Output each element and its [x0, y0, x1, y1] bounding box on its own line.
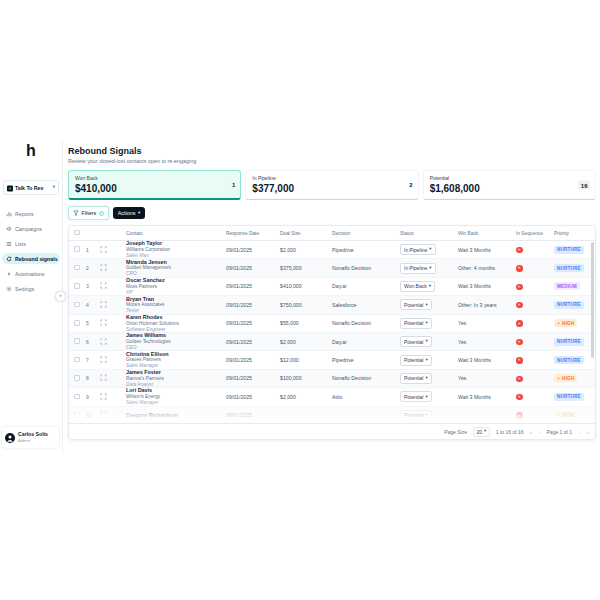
row-checkbox[interactable] [74, 375, 80, 381]
response-date: 09/01/2025 [223, 320, 277, 326]
expand-icon[interactable] [100, 393, 107, 400]
status-select[interactable]: Potential▾ [400, 410, 432, 421]
rebound-signals-app: h Talk To Rev ▾ Reports Campaigns Lists … [0, 140, 600, 455]
x-circle-icon: ✕ [516, 320, 523, 327]
table-row[interactable]: 2 Miranda Jensen Golden Management CRO 0… [69, 259, 595, 277]
sidebar-collapse-button[interactable]: ‹ [55, 291, 66, 302]
last-page-icon[interactable]: » [586, 429, 589, 435]
expand-icon[interactable] [100, 264, 107, 271]
win-back: Wait 3 Months [455, 357, 513, 363]
status-select[interactable]: Potential▾ [400, 355, 432, 366]
expand-icon[interactable] [100, 374, 107, 381]
expand-icon[interactable] [100, 411, 107, 418]
expand-icon[interactable] [100, 356, 107, 363]
chevron-down-icon: ▾ [425, 395, 427, 400]
first-page-icon[interactable]: « [530, 429, 533, 435]
card-count: 2 [409, 182, 412, 188]
page-subtitle: Review your closed-lost contacts open to… [68, 158, 596, 164]
priority-badge: NURTURE [554, 264, 584, 272]
expand-icon[interactable] [100, 338, 107, 345]
summary-card-won-back[interactable]: Won Back $410,000 1 [68, 170, 241, 200]
card-label: Potential [430, 175, 589, 181]
col-header-in-sequence[interactable]: In Sequence [513, 231, 551, 236]
table-row[interactable]: 6 James Williams Golden Technologies CEO… [69, 333, 595, 351]
expand-icon[interactable] [100, 282, 107, 289]
status-select[interactable]: Potential▾ [400, 299, 432, 310]
deal-size: $410,000 [277, 283, 329, 289]
user-profile[interactable]: Carlos Solis Admin [2, 427, 59, 448]
sidebar: h Talk To Rev ▾ Reports Campaigns Lists … [0, 140, 63, 452]
win-back: Wait 3 Months [455, 247, 513, 253]
table-row[interactable]: 3 Oscar Sanchez Moss Partners VP 09/01/2… [69, 278, 595, 296]
summary-card-in-pipeline[interactable]: In Pipeline $377,000 2 [245, 170, 418, 200]
table-row[interactable]: 4 Bryan Tran Mora's Associates Tester 09… [69, 296, 595, 314]
table-row[interactable]: 8 James Foster Ramos's Partners Data Ana… [69, 370, 595, 388]
row-checkbox[interactable] [74, 320, 80, 326]
row-checkbox[interactable] [74, 412, 80, 418]
select-all-checkbox[interactable] [74, 230, 80, 236]
col-header-deal-size[interactable]: Deal Size [277, 231, 329, 236]
status-value: Potential [404, 339, 423, 345]
prev-page-icon[interactable]: ‹ [539, 429, 541, 435]
filters-button[interactable]: Filters [68, 206, 109, 220]
table-row[interactable]: 1 Joseph Taylor Williams Corporation Sal… [69, 241, 595, 259]
sidebar-item-rebound-signals[interactable]: Rebound signals [2, 253, 60, 264]
sidebar-item-reports[interactable]: Reports [2, 208, 60, 219]
sidebar-item-lists[interactable]: Lists [2, 238, 60, 249]
expand-icon[interactable] [100, 246, 107, 253]
status-value: Potential [404, 320, 423, 326]
expand-icon[interactable] [100, 301, 107, 308]
decision: Nonaflo Decision [329, 320, 397, 326]
table-header: Contact Response Date Deal Size Decision… [69, 226, 595, 241]
row-checkbox[interactable] [74, 357, 80, 363]
col-header-win-back[interactable]: Win Back [455, 231, 513, 236]
row-checkbox[interactable] [74, 246, 80, 252]
row-checkbox[interactable] [74, 394, 80, 400]
deal-size: $2,000 [277, 247, 329, 253]
status-select[interactable]: Won Back▾ [400, 281, 435, 292]
workspace-selector[interactable]: Talk To Rev ▾ [3, 180, 59, 195]
actions-button[interactable]: Actions ▾ [113, 207, 145, 219]
page-size-select[interactable]: 20 ▾ [473, 427, 490, 437]
chevron-down-icon: ▾ [429, 284, 431, 289]
table-row[interactable]: 9 Lori Davis Wilson's Energy Sales Manag… [69, 388, 595, 406]
expand-icon[interactable] [100, 319, 107, 326]
col-header-response-date[interactable]: Response Date [223, 231, 277, 236]
page-indicator: Page 1 of 1 [547, 429, 573, 435]
contact-name: Bryan Tran [126, 296, 223, 303]
next-page-icon[interactable]: › [578, 429, 580, 435]
table-row[interactable]: 7 Christina Ellison Graves Partners Sale… [69, 351, 595, 369]
x-circle-icon: ✕ [516, 247, 523, 254]
status-value: Potential [404, 357, 423, 363]
chevron-down-icon: ▾ [429, 247, 431, 252]
decision: Day.ai [329, 283, 397, 289]
status-value: Potential [404, 302, 423, 308]
response-date: 09/01/2025 [223, 339, 277, 345]
summary-card-potential[interactable]: Potential $1,608,000 16 [423, 170, 596, 200]
table-row[interactable]: 5 Karen Rhodes Orion Hickman Solutions S… [69, 315, 595, 333]
row-checkbox[interactable] [74, 283, 80, 289]
sidebar-item-automations[interactable]: Automations [2, 268, 60, 279]
row-checkbox[interactable] [74, 265, 80, 271]
status-select[interactable]: Potential▾ [400, 373, 432, 384]
row-checkbox[interactable] [74, 302, 80, 308]
col-header-status[interactable]: Status [397, 231, 455, 236]
status-select[interactable]: In Pipeline▾ [400, 244, 436, 255]
status-select[interactable]: Potential▾ [400, 318, 432, 329]
status-select[interactable]: In Pipeline▾ [400, 263, 436, 274]
response-date: 09/01/2025 [223, 283, 277, 289]
col-header-decision[interactable]: Decision [329, 231, 397, 236]
avatar [5, 429, 15, 447]
status-select[interactable]: Potential▾ [400, 391, 432, 402]
bar-chart-icon [6, 211, 12, 217]
win-back: Yes [455, 339, 513, 345]
sidebar-item-settings[interactable]: Settings [2, 283, 60, 294]
card-count: 16 [578, 181, 590, 190]
status-select[interactable]: Potential▾ [400, 336, 432, 347]
sidebar-item-campaigns[interactable]: Campaigns [2, 223, 60, 234]
response-date: 09/01/2025 [223, 302, 277, 308]
vertical-scrollbar[interactable] [591, 242, 594, 358]
col-header-contact[interactable]: Contact [123, 231, 223, 236]
col-header-priority[interactable]: Priority [551, 231, 595, 236]
row-checkbox[interactable] [74, 338, 80, 344]
